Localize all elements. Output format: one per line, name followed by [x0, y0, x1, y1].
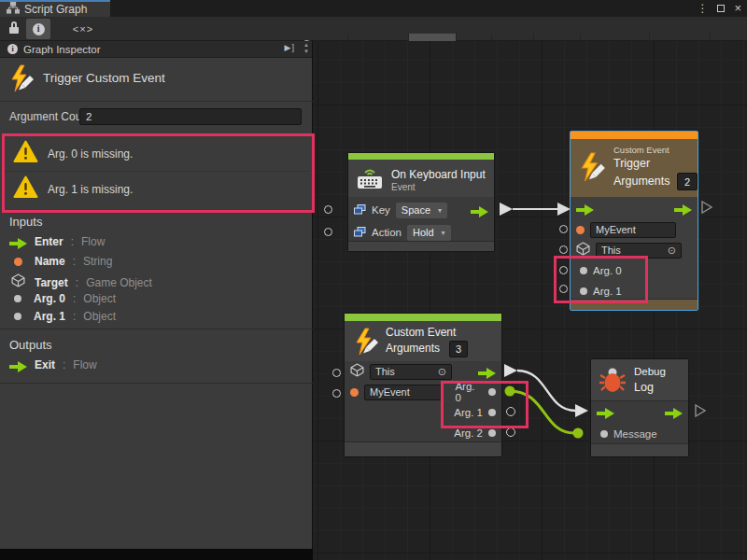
io-row: Name : String	[9, 255, 112, 268]
io-row: Exit : Flow	[9, 358, 97, 371]
port-receiver-target-in[interactable]	[332, 369, 341, 377]
argument-count-input[interactable]: 2	[79, 108, 302, 125]
event-name-field[interactable]: MyEvent	[590, 222, 676, 238]
inspector-title: Trigger Custom Event	[43, 71, 165, 85]
kebab-menu-icon[interactable]: ⋮	[697, 0, 708, 17]
flow-out-arrow-icon[interactable]	[478, 366, 496, 377]
flow-in-arrow-icon[interactable]	[576, 203, 594, 214]
dock-icon[interactable]: ▶]	[285, 43, 295, 52]
io-row: Arg. 0 : Object	[9, 292, 116, 305]
event-name-field[interactable]: MyEvent	[364, 385, 444, 400]
tab-script-graph[interactable]: Script Graph	[0, 0, 110, 17]
io-row: Enter : Flow	[9, 235, 105, 248]
bottom-edge	[0, 549, 313, 560]
inputs-header: Inputs	[9, 215, 42, 229]
object-port-dot-icon[interactable]	[600, 430, 608, 438]
flow-out-arrow-icon[interactable]	[471, 204, 488, 216]
node-footer	[348, 241, 494, 251]
code-view-button[interactable]: <×>	[60, 19, 106, 39]
object-port-dot-icon[interactable]	[488, 429, 496, 437]
graph-inspector-panel: i Graph Inspector ▶] ▲ ▼ Trigger Custom …	[0, 41, 313, 549]
lock-button[interactable]	[4, 19, 22, 39]
tab-bar: Script Graph ⋮ ×	[0, 0, 747, 17]
port-keyboard-action-in[interactable]	[324, 228, 332, 236]
arguments-count-field[interactable]: 3	[449, 341, 468, 357]
bolt-pencil-icon	[352, 328, 380, 359]
key-row: Key Space ▾	[348, 199, 494, 221]
arguments-count-field[interactable]: 2	[677, 173, 698, 190]
graph-hierarchy-icon	[7, 1, 20, 18]
string-port-dot-icon[interactable]	[350, 388, 359, 397]
node-debug-log[interactable]: Debug Log Message	[590, 358, 689, 457]
window-controls: ⋮ ×	[697, 0, 741, 17]
annotation-box-trigger-args	[554, 256, 648, 303]
bug-icon	[599, 367, 627, 397]
chevron-down-icon: ▾	[442, 229, 445, 237]
cube-icon	[350, 363, 364, 381]
inspector-toggle-button[interactable]: i	[26, 19, 50, 39]
node-category: Custom Event	[613, 145, 669, 155]
action-label: Action	[372, 227, 402, 238]
port-receiver-arg2-out[interactable]	[506, 427, 515, 437]
annotation-box-warnings	[2, 133, 315, 213]
cube-icon	[11, 273, 25, 291]
key-label: Key	[372, 204, 390, 216]
node-title: Trigger	[613, 157, 650, 170]
arguments-label: Arguments	[386, 342, 440, 355]
io-row: Arg. 1 : Object	[9, 310, 116, 323]
info-icon: i	[7, 44, 18, 54]
info-icon: i	[33, 23, 45, 35]
flow-row	[591, 400, 688, 423]
port-trigger-name-in[interactable]	[559, 225, 568, 233]
node-footer	[345, 441, 501, 456]
node-color-bar	[571, 132, 698, 139]
node-color-bar	[345, 314, 501, 321]
bolt-pencil-icon	[7, 63, 35, 97]
target-picker-icon[interactable]: ⊙	[668, 245, 676, 257]
io-row: Target : Game Object	[9, 273, 152, 291]
object-dot-icon	[14, 295, 21, 302]
arguments-label: Arguments	[613, 175, 669, 188]
enum-icon	[354, 202, 366, 218]
message-row: Message	[591, 423, 688, 445]
target-picker-icon[interactable]: ⊙	[438, 366, 446, 378]
inspector-header[interactable]: i Graph Inspector ▶] ▲ ▼	[0, 41, 312, 58]
chevron-down-icon: ▾	[438, 206, 442, 215]
outputs-header: Outputs	[9, 338, 52, 352]
flow-out-arrow-icon[interactable]	[674, 203, 692, 214]
node-header: Custom Event Trigger Arguments 2	[571, 139, 698, 197]
port-receiver-name-in[interactable]	[332, 389, 341, 398]
node-subtitle: Log	[634, 381, 654, 394]
bolt-pencil-icon	[577, 152, 607, 186]
flow-in-arrow-icon[interactable]	[597, 406, 614, 417]
port-keyboard-key-in[interactable]	[324, 205, 332, 214]
spinner-up-icon[interactable]: ▲	[303, 42, 309, 49]
spinner-down-icon[interactable]: ▼	[303, 49, 309, 55]
flow-row	[571, 197, 698, 219]
keyboard-icon	[356, 165, 384, 194]
node-title: Debug	[634, 366, 666, 377]
key-dropdown[interactable]: Space ▾	[396, 203, 447, 218]
node-on-keyboard-input[interactable]: On Keyboard Input Event Key Space ▾ Acti…	[347, 152, 495, 252]
node-subtitle: Event	[391, 182, 416, 192]
string-dot-icon	[14, 258, 22, 266]
target-row: This ⊙	[345, 361, 501, 382]
maximize-icon[interactable]	[717, 5, 725, 12]
flow-out-arrow-icon[interactable]	[665, 406, 683, 417]
spinner-control[interactable]: ▲ ▼	[303, 42, 309, 55]
object-dot-icon	[14, 313, 21, 320]
annotation-box-receiver-args	[441, 381, 529, 428]
flow-arrow-icon	[9, 236, 27, 247]
enum-icon	[354, 224, 366, 241]
tab-title: Script Graph	[24, 3, 87, 16]
node-header: Custom Event Arguments 3	[345, 321, 501, 361]
close-icon[interactable]: ×	[734, 0, 741, 17]
inspector-header-label: Graph Inspector	[23, 44, 100, 55]
arg-label: Arg. 2	[454, 427, 483, 439]
flow-arrow-icon	[9, 359, 27, 371]
string-port-dot-icon[interactable]	[576, 226, 585, 234]
target-field[interactable]: This ⊙	[370, 364, 452, 380]
script-graph-window: Script Graph ⋮ × i <×> EventTest Zoom 1x…	[0, 0, 747, 560]
port-trigger-target-in[interactable]	[559, 245, 568, 254]
action-dropdown[interactable]: Hold ▾	[407, 225, 451, 241]
